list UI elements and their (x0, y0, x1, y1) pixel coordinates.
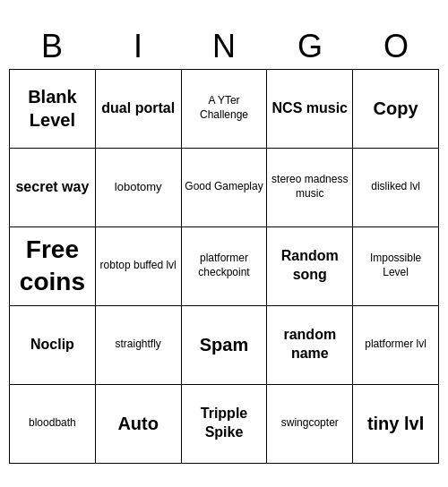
header-letter: G (267, 24, 353, 69)
cell-r1-c0: secret way (10, 149, 96, 227)
cell-r4-c3: swingcopter (267, 385, 353, 464)
cell-r1-c3: stereo madness music (267, 149, 353, 227)
header-letter: I (95, 24, 181, 69)
header-letter: O (353, 24, 439, 69)
cell-r4-c1: Auto (96, 385, 182, 464)
cell-r1-c2: Good Gameplay (182, 149, 268, 227)
cell-r4-c0: bloodbath (10, 385, 96, 464)
bingo-grid: Blank Leveldual portalA YTer ChallengeNC… (9, 69, 439, 464)
header-letter: B (9, 24, 95, 69)
cell-r2-c2: platformer checkpoint (182, 227, 268, 306)
cell-r1-c1: lobotomy (96, 149, 182, 227)
cell-r0-c0: Blank Level (10, 70, 96, 149)
cell-r3-c2: Spam (182, 306, 268, 385)
cell-r0-c4: Copy (353, 70, 439, 149)
cell-r1-c4: disliked lvl (353, 149, 439, 227)
cell-r2-c0: Free coins (10, 227, 96, 306)
cell-r2-c1: robtop buffed lvl (96, 227, 182, 306)
cell-r3-c1: straightfly (96, 306, 182, 385)
cell-r2-c3: Random song (267, 227, 353, 306)
cell-r4-c4: tiny lvl (353, 385, 439, 464)
cell-r0-c3: NCS music (267, 70, 353, 149)
cell-r2-c4: Impossible Level (353, 227, 439, 306)
bingo-header: BINGO (9, 24, 439, 69)
cell-r0-c2: A YTer Challenge (182, 70, 268, 149)
cell-r3-c3: random name (267, 306, 353, 385)
header-letter: N (181, 24, 267, 69)
cell-r3-c4: platformer lvl (353, 306, 439, 385)
bingo-card: BINGO Blank Leveldual portalA YTer Chall… (9, 24, 439, 464)
cell-r0-c1: dual portal (96, 70, 182, 149)
cell-r3-c0: Noclip (10, 306, 96, 385)
cell-r4-c2: Tripple Spike (182, 385, 268, 464)
